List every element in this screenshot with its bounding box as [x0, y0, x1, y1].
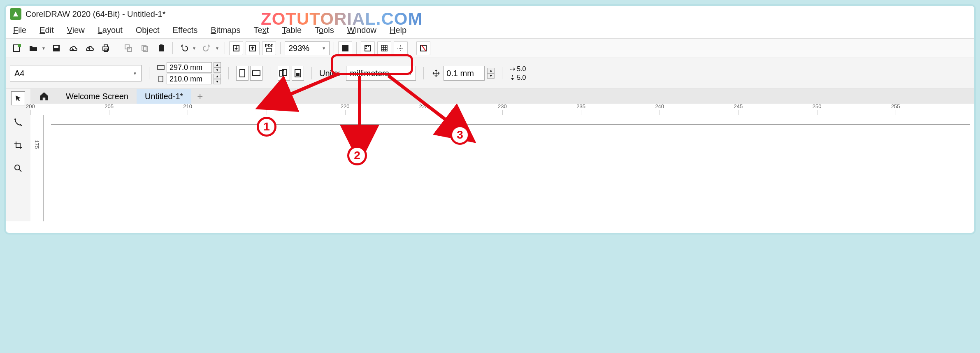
width-up-button[interactable]: ▲ — [214, 62, 221, 67]
horizontal-ruler: 200 205 210 215 220 225 230 235 240 245 … — [30, 104, 974, 115]
menu-layout[interactable]: Layout — [98, 26, 123, 35]
undo-dropdown-icon[interactable]: ▼ — [191, 46, 197, 51]
menu-text[interactable]: Text — [254, 26, 269, 35]
separator — [502, 67, 502, 79]
fullscreen-button[interactable] — [338, 41, 352, 55]
open-dropdown-icon[interactable]: ▼ — [40, 46, 47, 51]
menu-edit[interactable]: Edit — [39, 26, 53, 35]
tab-new[interactable]: + — [191, 88, 209, 105]
title-bar: CorelDRAW 2020 (64-Bit) - Untitled-1* — [6, 6, 974, 22]
home-tab-icon[interactable] — [30, 88, 58, 104]
zoom-level-field[interactable]: 293%▼ — [285, 41, 330, 55]
height-icon — [157, 76, 165, 82]
page-height-field[interactable]: 210.0 mm — [167, 74, 212, 84]
svg-rect-19 — [159, 76, 163, 82]
separator — [423, 67, 424, 79]
menu-effects[interactable]: Effects — [173, 26, 198, 35]
app-icon — [10, 8, 21, 20]
guidelines-button[interactable] — [394, 41, 408, 55]
orientation-group — [236, 66, 262, 81]
height-up-button[interactable]: ▲ — [214, 74, 221, 79]
svg-rect-5 — [104, 45, 107, 47]
units-select[interactable]: millimeters ▼ — [346, 66, 416, 81]
open-button[interactable] — [26, 41, 40, 55]
page-size-select[interactable]: A4 ▼ — [10, 65, 142, 81]
menu-window[interactable]: Window — [347, 26, 376, 35]
page-size-value: A4 — [14, 69, 24, 78]
svg-rect-1 — [18, 44, 21, 47]
zoom-value: 293% — [288, 44, 309, 53]
separator — [280, 42, 281, 54]
chevron-down-icon: ▼ — [408, 71, 412, 76]
copy-button[interactable] — [138, 41, 152, 55]
pick-tool[interactable] — [11, 91, 25, 105]
import-button[interactable] — [229, 41, 243, 55]
menu-table[interactable]: Table — [282, 26, 302, 35]
tab-document[interactable]: Untitled-1* — [137, 89, 191, 104]
menu-file[interactable]: File — [13, 26, 26, 35]
export-button[interactable] — [246, 41, 260, 55]
separator — [270, 67, 270, 79]
dup-x-value[interactable]: 5.0 — [517, 65, 526, 73]
nudge-up-button[interactable]: ▲ — [487, 68, 495, 73]
current-page-button[interactable] — [292, 66, 304, 81]
cloud-down-button[interactable] — [66, 41, 80, 55]
rulers-button[interactable] — [361, 41, 375, 55]
svg-rect-3 — [54, 46, 58, 48]
zoom-tool[interactable] — [12, 162, 24, 174]
chevron-down-icon: ▼ — [133, 71, 137, 76]
redo-dropdown-icon[interactable]: ▼ — [214, 46, 221, 51]
save-button[interactable] — [49, 41, 63, 55]
separator — [311, 67, 312, 79]
svg-rect-15 — [267, 49, 272, 52]
nudge-down-button[interactable]: ▼ — [487, 73, 495, 79]
crop-tool[interactable] — [12, 139, 24, 151]
units-value: millimeters — [350, 69, 389, 78]
print-button[interactable] — [99, 41, 113, 55]
nudge-icon — [431, 68, 441, 78]
width-down-button[interactable]: ▼ — [214, 67, 221, 73]
svg-rect-21 — [253, 71, 260, 76]
units-label: Units: — [319, 69, 340, 78]
new-button[interactable] — [10, 41, 24, 55]
canvas-area[interactable]: 200 205 210 215 220 225 230 235 240 245 … — [30, 104, 974, 221]
tab-welcome[interactable]: Welcome Screen — [58, 89, 137, 104]
menu-bar: File Edit View Layout Object Effects Bit… — [6, 22, 974, 38]
width-icon — [157, 64, 165, 71]
separator — [356, 42, 357, 54]
redo-button[interactable] — [200, 41, 214, 55]
undo-button[interactable] — [177, 41, 191, 55]
separator — [412, 42, 412, 54]
cloud-up-button[interactable] — [82, 41, 96, 55]
separator — [172, 42, 173, 54]
nudge-field[interactable]: 0.1 mm — [444, 66, 485, 81]
separator — [117, 42, 117, 54]
pdf-label: PDF — [265, 44, 273, 48]
height-down-button[interactable]: ▼ — [214, 79, 221, 84]
publish-pdf-button[interactable]: PDF — [262, 41, 276, 55]
menu-help[interactable]: Help — [390, 26, 406, 35]
nudge-group: 0.1 mm ▲▼ — [431, 66, 495, 81]
landscape-button[interactable] — [250, 66, 262, 81]
all-pages-button[interactable] — [278, 66, 290, 81]
page-width-field[interactable]: 297.0 mm — [167, 62, 212, 73]
paste-button[interactable] — [154, 41, 168, 55]
shape-tool[interactable] — [12, 116, 24, 128]
property-bar: A4 ▼ 297.0 mm ▲▼ 210.0 mm ▲▼ — [6, 58, 974, 89]
svg-rect-12 — [160, 44, 163, 46]
dup-y-value[interactable]: 5.0 — [517, 74, 526, 81]
grid-button[interactable] — [377, 41, 391, 55]
document-tabs: Welcome Screen Untitled-1* + — [30, 89, 974, 104]
menu-tools[interactable]: Tools — [315, 26, 334, 35]
chevron-down-icon: ▼ — [322, 46, 326, 51]
cut-button[interactable] — [121, 41, 135, 55]
menu-object[interactable]: Object — [136, 26, 160, 35]
separator — [334, 42, 334, 54]
standard-toolbar: ▼ ▼ ▼ PDF 293%▼ — [6, 38, 974, 58]
options-button[interactable] — [416, 41, 430, 55]
page-surface[interactable] — [51, 124, 970, 221]
menu-bitmaps[interactable]: Bitmaps — [211, 26, 240, 35]
separator — [228, 67, 229, 79]
menu-view[interactable]: View — [67, 26, 85, 35]
portrait-button[interactable] — [236, 66, 248, 81]
